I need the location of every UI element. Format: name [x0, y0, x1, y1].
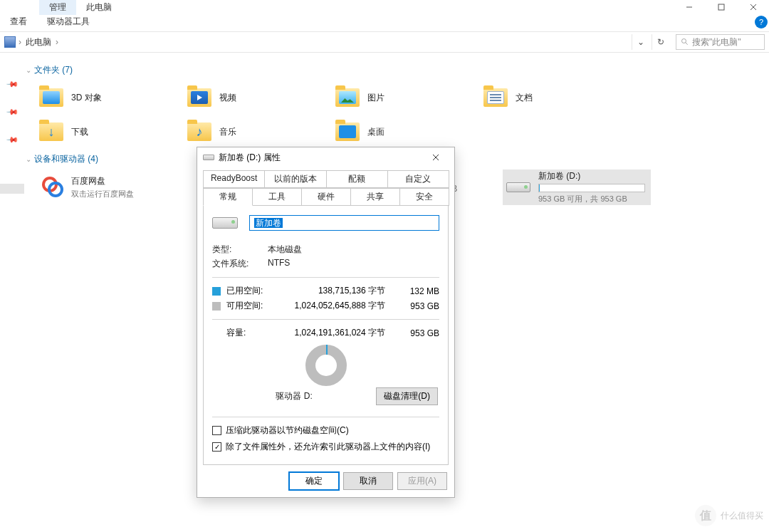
nav-selection-stub [0, 184, 24, 194]
chevron-right-icon: › [56, 37, 58, 47]
apply-button[interactable]: 应用(A) [397, 472, 447, 490]
folder-item[interactable]: 视频 [184, 80, 332, 115]
dialog-tab[interactable]: 安全 [399, 188, 449, 206]
disk-icon [203, 155, 214, 160]
dialog-tab[interactable]: 硬件 [301, 188, 351, 206]
ribbon-tab-context[interactable]: 此电脑 [76, 0, 122, 15]
cancel-button[interactable]: 取消 [343, 472, 393, 490]
free-color-swatch [212, 302, 221, 311]
folder-icon [38, 120, 64, 143]
disk-cleanup-button[interactable]: 磁盘清理(D) [376, 387, 438, 405]
chevron-down-icon: ⌄ [26, 66, 31, 74]
folder-item[interactable]: 音乐 [184, 115, 332, 149]
allow-indexing-checkbox[interactable]: ✓ [212, 442, 221, 452]
close-button[interactable] [737, 0, 769, 14]
dialog-tab[interactable]: 工具 [252, 188, 302, 206]
ribbon-tab-drive-tools[interactable]: 驱动器工具 [37, 16, 100, 28]
folder-icon [187, 120, 212, 143]
baidu-icon [41, 177, 62, 198]
dialog-close-button[interactable] [423, 150, 449, 165]
folder-item[interactable]: 文档 [480, 80, 628, 115]
pin-icon: 📌 [5, 78, 19, 91]
used-color-swatch [212, 287, 221, 296]
usage-donut [305, 345, 347, 386]
dialog-titlebar[interactable]: 新加卷 (D:) 属性 [197, 147, 454, 167]
dialog-tab[interactable]: 共享 [350, 188, 400, 206]
search-input[interactable]: 搜索"此电脑" [676, 34, 765, 50]
folder-item[interactable]: 图片 [332, 80, 480, 115]
folder-icon [187, 86, 212, 109]
ok-button[interactable]: 确定 [289, 472, 339, 490]
dialog-tab[interactable]: 自定义 [387, 170, 449, 188]
dialog-tab[interactable]: 配额 [326, 170, 388, 188]
ribbon-tab-manage[interactable]: 管理 [39, 0, 76, 15]
watermark-icon: 值 [695, 505, 716, 526]
pin-icon: 📌 [5, 133, 19, 147]
section-header-folders[interactable]: ⌄ 文件夹 (7) [24, 60, 769, 80]
device-baidu[interactable]: 百度网盘 双击运行百度网盘 [36, 169, 184, 205]
svg-point-4 [682, 39, 686, 43]
help-icon[interactable]: ? [755, 16, 768, 28]
breadcrumb[interactable]: › 此电脑 › [19, 36, 58, 48]
compress-checkbox[interactable] [212, 426, 221, 435]
ribbon-tab-view[interactable]: 查看 [0, 16, 37, 28]
pc-icon [4, 36, 16, 48]
maximize-button[interactable] [705, 0, 737, 14]
minimize-button[interactable] [673, 0, 705, 14]
folder-icon [483, 86, 508, 109]
search-icon [681, 38, 689, 46]
disk-icon [212, 217, 238, 229]
refresh-icon[interactable]: ↻ [652, 34, 669, 50]
address-dropdown-icon[interactable]: ⌄ [632, 34, 649, 50]
chevron-right-icon: › [19, 37, 21, 47]
chevron-down-icon: ⌄ [26, 155, 31, 163]
folder-item[interactable]: 下载 [36, 115, 184, 149]
folder-item[interactable]: 3D 对象 [36, 80, 184, 115]
dialog-tab[interactable]: ReadyBoost [203, 170, 265, 188]
folder-icon [335, 86, 360, 109]
disk-icon [506, 182, 530, 192]
dialog-tab[interactable]: 常规 [203, 188, 253, 206]
usage-bar [538, 184, 645, 192]
dialog-tab[interactable]: 以前的版本 [264, 170, 326, 188]
device-drive-d[interactable]: 新加卷 (D:) 953 GB 可用，共 953 GB [503, 169, 651, 205]
folder-icon [335, 120, 360, 143]
breadcrumb-root[interactable]: 此电脑 [26, 36, 51, 48]
pin-icon: 📌 [5, 105, 19, 119]
svg-line-5 [686, 43, 688, 45]
folder-icon [38, 86, 64, 109]
volume-name-input[interactable]: 新加卷 [249, 215, 439, 231]
watermark: 值 什么值得买 [695, 505, 763, 526]
properties-dialog: 新加卷 (D:) 属性 ReadyBoost以前的版本配额自定义 常规工具硬件共… [197, 147, 455, 498]
folder-item[interactable]: 桌面 [332, 115, 480, 149]
svg-rect-1 [718, 4, 724, 10]
